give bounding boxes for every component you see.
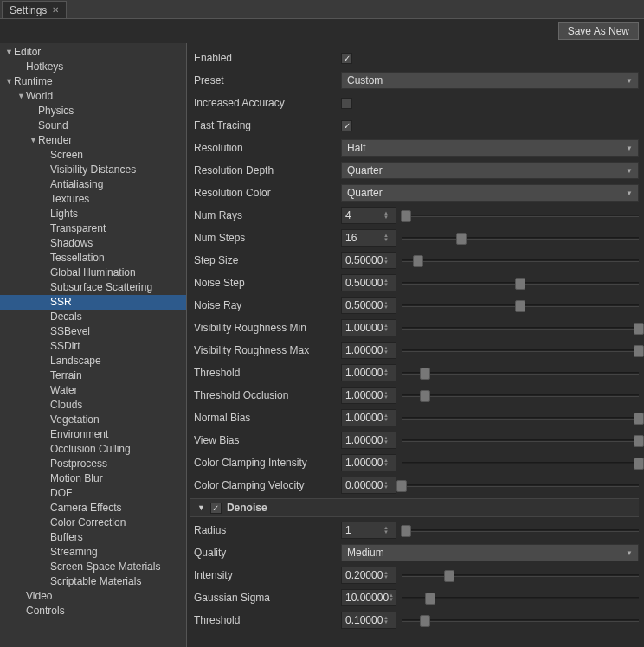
slider-thumb[interactable] <box>634 413 644 425</box>
noise-step-slider[interactable] <box>402 275 639 291</box>
spinner-icon[interactable]: ▲▼ <box>383 481 392 490</box>
sidebar-item-ssr[interactable]: SSR <box>0 295 186 310</box>
denoise-intensity-slider[interactable] <box>402 567 639 583</box>
vis-rough-max-slider[interactable] <box>402 343 639 358</box>
tab-settings[interactable]: Settings ✕ <box>2 1 67 18</box>
sidebar[interactable]: ▼EditorHotkeys▼Runtime▼WorldPhysicsSound… <box>0 43 187 647</box>
spinner-icon[interactable]: ▲▼ <box>383 526 392 535</box>
sidebar-item-sound[interactable]: Sound <box>0 119 186 133</box>
spinner-icon[interactable]: ▲▼ <box>383 391 392 400</box>
vis-rough-min-slider[interactable] <box>402 320 639 336</box>
denoise-threshold-input[interactable]: 0.10000▲▼ <box>341 612 396 629</box>
spinner-icon[interactable]: ▲▼ <box>383 279 392 287</box>
slider-thumb[interactable] <box>420 368 430 380</box>
slider-thumb[interactable] <box>634 323 644 335</box>
resolution-color-select[interactable]: Quarter▼ <box>341 184 639 202</box>
color-clamp-velocity-input[interactable]: 0.00000▲▼ <box>341 477 396 494</box>
normal-bias-slider[interactable] <box>402 410 639 426</box>
sidebar-item-ssdirt[interactable]: SSDirt <box>0 339 186 354</box>
increased-accuracy-checkbox[interactable] <box>341 98 352 109</box>
slider-thumb[interactable] <box>420 615 430 627</box>
sidebar-item-camera-effects[interactable]: Camera Effects <box>0 501 186 516</box>
fast-tracing-checkbox[interactable] <box>341 120 352 131</box>
vis-rough-max-input[interactable]: 1.00000▲▼ <box>341 342 396 359</box>
sidebar-item-video[interactable]: Video <box>0 589 186 604</box>
spinner-icon[interactable]: ▲▼ <box>383 413 392 422</box>
sidebar-item-antialiasing[interactable]: Antialiasing <box>0 177 186 192</box>
sidebar-item-shadows[interactable]: Shadows <box>0 236 186 251</box>
noise-ray-slider[interactable] <box>402 298 639 313</box>
sidebar-item-terrain[interactable]: Terrain <box>0 368 186 383</box>
sidebar-item-global-illumination[interactable]: Global Illumination <box>0 266 186 280</box>
slider-thumb[interactable] <box>425 593 435 605</box>
view-bias-slider[interactable] <box>402 432 639 448</box>
step-size-slider[interactable] <box>402 253 639 268</box>
denoise-threshold-slider[interactable] <box>402 612 639 628</box>
sidebar-item-subsurface-scattering[interactable]: Subsurface Scattering <box>0 280 186 295</box>
spinner-icon[interactable]: ▲▼ <box>389 593 394 602</box>
resolution-select[interactable]: Half▼ <box>341 139 639 157</box>
slider-thumb[interactable] <box>444 570 454 582</box>
sidebar-item-editor[interactable]: ▼Editor <box>0 45 186 60</box>
color-clamp-intensity-input[interactable]: 1.00000▲▼ <box>341 454 396 471</box>
sidebar-item-buffers[interactable]: Buffers <box>0 530 186 545</box>
slider-thumb[interactable] <box>634 458 644 470</box>
slider-thumb[interactable] <box>456 233 467 245</box>
denoise-radius-slider[interactable] <box>402 522 639 538</box>
resolution-depth-select[interactable]: Quarter▼ <box>341 162 639 179</box>
spinner-icon[interactable]: ▲▼ <box>383 346 392 355</box>
vis-rough-min-input[interactable]: 1.00000▲▼ <box>341 319 396 336</box>
slider-thumb[interactable] <box>515 278 525 290</box>
sidebar-item-tessellation[interactable]: Tessellation <box>0 251 186 266</box>
sidebar-item-screen[interactable]: Screen <box>0 148 186 163</box>
slider-thumb[interactable] <box>634 435 644 447</box>
slider-thumb[interactable] <box>413 255 423 267</box>
sidebar-item-vegetation[interactable]: Vegetation <box>0 413 186 427</box>
slider-thumb[interactable] <box>420 390 430 402</box>
sidebar-item-decals[interactable]: Decals <box>0 310 186 324</box>
spinner-icon[interactable]: ▲▼ <box>383 571 392 580</box>
slider-thumb[interactable] <box>396 480 407 492</box>
sidebar-item-runtime[interactable]: ▼Runtime <box>0 74 186 89</box>
spinner-icon[interactable]: ▲▼ <box>383 301 392 310</box>
color-clamp-intensity-slider[interactable] <box>402 455 639 471</box>
sidebar-item-landscape[interactable]: Landscape <box>0 354 186 368</box>
denoise-gaussian-sigma-input[interactable]: 10.00000▲▼ <box>341 589 396 606</box>
threshold-occlusion-input[interactable]: 1.00000▲▼ <box>341 387 396 404</box>
sidebar-item-screen-space-materials[interactable]: Screen Space Materials <box>0 560 186 574</box>
spinner-icon[interactable]: ▲▼ <box>383 324 392 332</box>
sidebar-item-world[interactable]: ▼World <box>0 89 186 104</box>
noise-step-input[interactable]: 0.50000▲▼ <box>341 274 396 291</box>
sidebar-item-color-correction[interactable]: Color Correction <box>0 516 186 530</box>
denoise-quality-select[interactable]: Medium▼ <box>341 544 639 561</box>
denoise-radius-input[interactable]: 1▲▼ <box>341 522 396 539</box>
preset-select[interactable]: Custom▼ <box>341 72 639 89</box>
spinner-icon[interactable]: ▲▼ <box>383 234 392 242</box>
noise-ray-input[interactable]: 0.50000▲▼ <box>341 297 396 314</box>
sidebar-item-visibility-distances[interactable]: Visibility Distances <box>0 163 186 177</box>
step-size-input[interactable]: 0.50000▲▼ <box>341 252 396 269</box>
spinner-icon[interactable]: ▲▼ <box>383 616 392 625</box>
denoise-intensity-input[interactable]: 0.20000▲▼ <box>341 567 396 584</box>
num-steps-slider[interactable] <box>402 230 639 246</box>
view-bias-input[interactable]: 1.00000▲▼ <box>341 432 396 449</box>
sidebar-item-controls[interactable]: Controls <box>0 604 186 618</box>
spinner-icon[interactable]: ▲▼ <box>383 256 392 265</box>
slider-thumb[interactable] <box>401 525 411 537</box>
denoise-section-header[interactable]: ▼Denoise <box>190 498 639 517</box>
num-steps-input[interactable]: 16▲▼ <box>341 229 396 247</box>
denoise-checkbox[interactable] <box>210 503 222 514</box>
num-rays-input[interactable]: 4▲▼ <box>341 207 396 224</box>
enabled-checkbox[interactable] <box>341 53 352 64</box>
sidebar-item-water[interactable]: Water <box>0 383 186 398</box>
sidebar-item-lights[interactable]: Lights <box>0 207 186 221</box>
spinner-icon[interactable]: ▲▼ <box>383 368 392 377</box>
sidebar-item-scriptable-materials[interactable]: Scriptable Materials <box>0 574 186 589</box>
sidebar-item-ssbevel[interactable]: SSBevel <box>0 324 186 339</box>
slider-thumb[interactable] <box>401 210 411 222</box>
sidebar-item-dof[interactable]: DOF <box>0 486 186 501</box>
slider-thumb[interactable] <box>634 345 644 357</box>
sidebar-item-transparent[interactable]: Transparent <box>0 221 186 236</box>
sidebar-item-hotkeys[interactable]: Hotkeys <box>0 60 186 74</box>
denoise-gaussian-sigma-slider[interactable] <box>402 590 639 605</box>
